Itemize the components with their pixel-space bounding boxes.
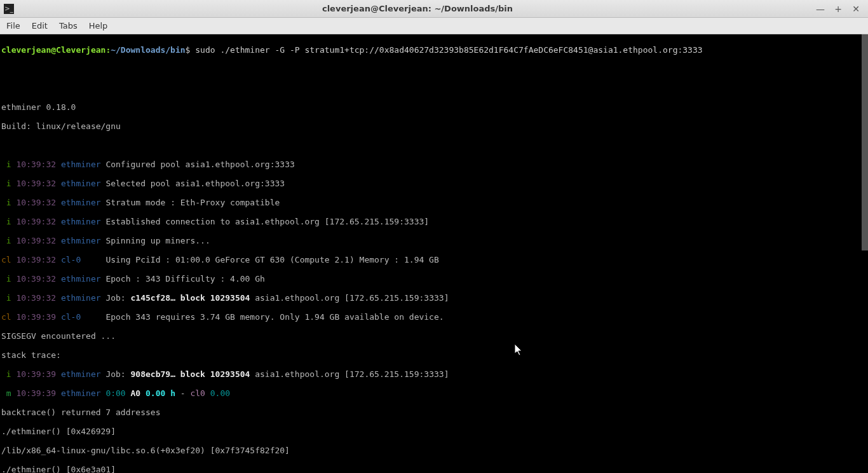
stacktrace-label: stack trace:	[1, 350, 867, 360]
header-version: ethminer 0.18.0	[1, 102, 867, 112]
menu-help[interactable]: Help	[89, 21, 108, 31]
log-line: i 10:39:32 ethminer Established connecti…	[1, 217, 867, 226]
command-text: sudo ./ethminer -G -P stratum1+tcp://0x8…	[195, 45, 702, 55]
close-button[interactable]: ✕	[851, 4, 860, 14]
menu-tabs[interactable]: Tabs	[59, 21, 78, 31]
prompt-line: cleverjean@Cleverjean:~/Downloads/bin$ s…	[1, 45, 867, 55]
log-job: i 10:39:32 ethminer Job: c145cf28… block…	[1, 293, 867, 303]
window-buttons: — + ✕	[816, 4, 864, 14]
log-line: cl 10:39:39 cl-0 Epoch 343 requires 3.74…	[1, 312, 867, 322]
terminal[interactable]: cleverjean@Cleverjean:~/Downloads/bin$ s…	[0, 34, 868, 473]
log-line: i 10:39:32 ethminer Spinning up miners..…	[1, 236, 867, 245]
backtrace-line: /lib/x86_64-linux-gnu/libc.so.6(+0x3ef20…	[1, 446, 867, 455]
backtrace-line: ./ethminer() [0x426929]	[1, 427, 867, 436]
log-job: i 10:39:39 ethminer Job: 908ecb79… block…	[1, 369, 867, 379]
backtrace-line: ./ethminer() [0x6e3a01]	[1, 465, 867, 473]
header-build: Build: linux/release/gnu	[1, 121, 867, 131]
minimize-button[interactable]: —	[816, 4, 825, 14]
terminal-icon: >_	[4, 4, 14, 14]
log-line: i 10:39:32 ethminer Selected pool asia1.…	[1, 179, 867, 188]
backtrace-line: backtrace() returned 7 addresses	[1, 408, 867, 417]
log-metrics: m 10:39:39 ethminer 0:00 A0 0.00 h - cl0…	[1, 388, 867, 398]
log-line: i 10:39:32 ethminer Configured pool asia…	[1, 160, 867, 169]
window-title: cleverjean@Cleverjean: ~/Downloads/bin	[19, 4, 816, 13]
log-line: i 10:39:32 ethminer Stratum mode : Eth-P…	[1, 198, 867, 207]
scrollbar[interactable]	[862, 34, 868, 250]
menu-file[interactable]: File	[6, 21, 20, 31]
log-line: cl 10:39:32 cl-0 Using PciId : 01:00.0 G…	[1, 255, 867, 264]
prompt-user: cleverjean@Cleverjean	[1, 45, 105, 55]
menu-edit[interactable]: Edit	[32, 21, 48, 31]
titlebar: >_ cleverjean@Cleverjean: ~/Downloads/bi…	[0, 0, 868, 18]
sigsegv: SIGSEGV encountered ...	[1, 331, 867, 341]
maximize-button[interactable]: +	[834, 4, 843, 14]
menubar: File Edit Tabs Help	[0, 18, 868, 34]
log-line: i 10:39:32 ethminer Epoch : 343 Difficul…	[1, 274, 867, 284]
prompt-path: ~/Downloads/bin	[111, 45, 185, 55]
